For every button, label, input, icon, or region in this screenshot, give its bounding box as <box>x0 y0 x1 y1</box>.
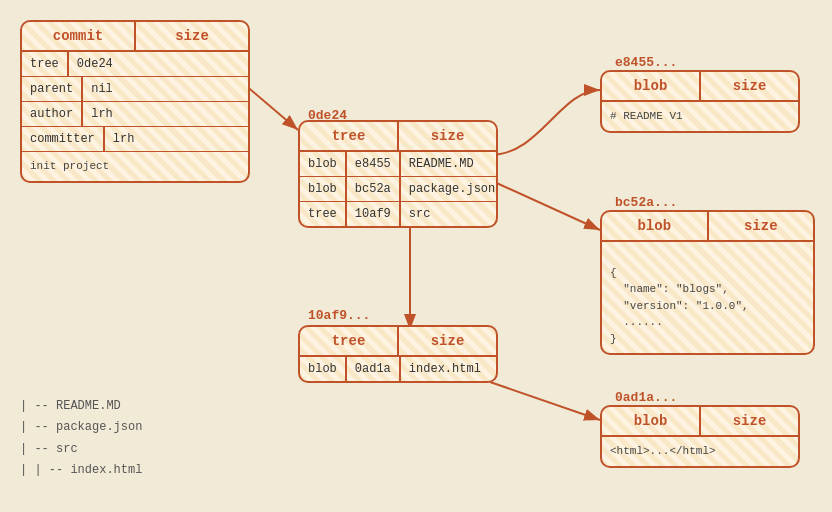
svg-line-4 <box>490 382 600 420</box>
blob3-title: blob <box>602 407 701 435</box>
commit-author-value: lrh <box>83 102 121 126</box>
tree1-row-package-type: blob <box>300 177 347 201</box>
blob3-size-label: size <box>701 407 798 435</box>
commit-committer-key: committer <box>22 127 105 151</box>
commit-parent-key: parent <box>22 77 83 101</box>
tree1-row-readme-name: README.MD <box>401 152 482 176</box>
tree2-row-index-hash: 0ad1a <box>347 357 401 381</box>
tree2-row-index-name: index.html <box>401 357 489 381</box>
blob3-box-header: blob size <box>602 407 798 437</box>
blob1-label: e8455... <box>615 55 677 70</box>
blob2-box: blob size { "name": "blogs", "version": … <box>600 210 815 355</box>
blob1-box: blob size # README V1 <box>600 70 800 133</box>
blob3-label: 0ad1a... <box>615 390 677 405</box>
file-tree-line-2: | -- package.json <box>20 417 142 439</box>
commit-size-label: size <box>136 22 248 50</box>
tree2-title: tree <box>300 327 399 355</box>
tree1-row-src: tree 10af9 src <box>300 202 496 226</box>
tree2-box: tree size blob 0ad1a index.html <box>298 325 498 383</box>
blob2-box-header: blob size <box>602 212 813 242</box>
tree1-box-header: tree size <box>300 122 496 152</box>
tree1-row-readme: blob e8455 README.MD <box>300 152 496 177</box>
svg-line-2 <box>490 180 600 230</box>
tree2-size-label: size <box>399 327 496 355</box>
commit-tree-key: tree <box>22 52 69 76</box>
blob2-title: blob <box>602 212 709 240</box>
tree2-box-header: tree size <box>300 327 496 357</box>
tree1-row-package-name: package.json <box>401 177 503 201</box>
tree1-row-package: blob bc52a package.json <box>300 177 496 202</box>
commit-parent-value: nil <box>83 77 121 101</box>
blob1-title: blob <box>602 72 701 100</box>
blob2-label: bc52a... <box>615 195 677 210</box>
blob2-content: { "name": "blogs", "version": "1.0.0", .… <box>602 242 813 353</box>
tree2-row-index-type: blob <box>300 357 347 381</box>
blob2-size-label: size <box>709 212 814 240</box>
file-tree: | -- README.MD | -- package.json | -- sr… <box>20 396 142 482</box>
commit-row-author: author lrh <box>22 102 248 127</box>
commit-box-header: commit size <box>22 22 248 52</box>
file-tree-line-4: | | -- index.html <box>20 460 142 482</box>
tree1-row-src-hash: 10af9 <box>347 202 401 226</box>
tree1-row-readme-hash: e8455 <box>347 152 401 176</box>
commit-tree-value: 0de24 <box>69 52 121 76</box>
file-tree-line-1: | -- README.MD <box>20 396 142 418</box>
tree1-row-src-name: src <box>401 202 439 226</box>
commit-message: init project <box>22 152 248 181</box>
commit-row-tree: tree 0de24 <box>22 52 248 77</box>
blob1-content: # README V1 <box>602 102 798 131</box>
commit-author-key: author <box>22 102 83 126</box>
file-tree-line-3: | -- src <box>20 439 142 461</box>
tree1-box: tree size blob e8455 README.MD blob bc52… <box>298 120 498 228</box>
commit-committer-value: lrh <box>105 127 143 151</box>
tree1-row-readme-type: blob <box>300 152 347 176</box>
commit-row-parent: parent nil <box>22 77 248 102</box>
tree1-size-label: size <box>399 122 496 150</box>
commit-row-committer: committer lrh <box>22 127 248 152</box>
tree1-row-src-type: tree <box>300 202 347 226</box>
blob3-box: blob size <html>...</html> <box>600 405 800 468</box>
blob1-box-header: blob size <box>602 72 798 102</box>
blob3-content: <html>...</html> <box>602 437 798 466</box>
commit-title: commit <box>22 22 136 50</box>
tree1-title: tree <box>300 122 399 150</box>
tree2-row-index: blob 0ad1a index.html <box>300 357 496 381</box>
commit-box: commit size tree 0de24 parent nil author… <box>20 20 250 183</box>
tree1-row-package-hash: bc52a <box>347 177 401 201</box>
tree2-label: 10af9... <box>308 308 370 323</box>
blob1-size-label: size <box>701 72 798 100</box>
